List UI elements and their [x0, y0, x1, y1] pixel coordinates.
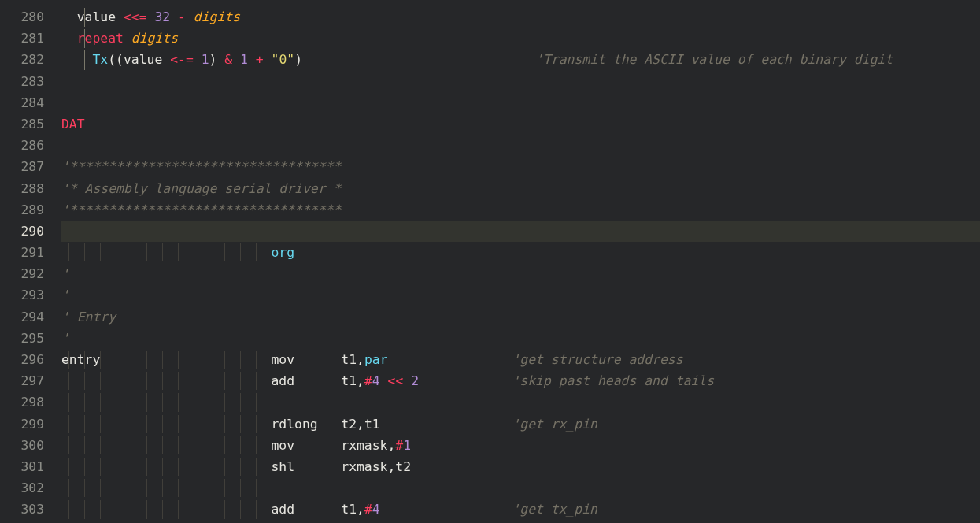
code-line[interactable]: '***********************************	[61, 156, 980, 177]
number-literal: 1	[202, 52, 209, 67]
line-number: 295	[0, 328, 61, 349]
line-number: 299	[0, 414, 61, 435]
line-number: 298	[0, 391, 61, 413]
operator: <-=	[170, 52, 194, 67]
operator: <<	[388, 373, 404, 388]
comment: '	[61, 266, 69, 281]
code-line[interactable]	[61, 477, 980, 499]
directive-org: org	[271, 245, 294, 260]
paren: )	[209, 52, 217, 67]
code-line[interactable]: org	[61, 242, 980, 263]
comment: '* Assembly language serial driver *	[61, 181, 341, 196]
code-line[interactable]: '* Assembly language serial driver *	[61, 178, 980, 199]
indent-bar	[84, 50, 85, 69]
asm-mnemonic: mov	[271, 438, 294, 453]
line-number: 285	[0, 113, 61, 135]
string-literal: "0"	[272, 52, 295, 67]
number-literal: 2	[411, 373, 419, 388]
code-line[interactable]: '	[61, 263, 980, 284]
comma: ,	[387, 438, 395, 453]
code-line[interactable]: add t1,#4 'get tx_pin	[61, 499, 980, 520]
asm-arg: t2	[395, 459, 411, 474]
comma: ,	[387, 459, 395, 474]
number-literal: 4	[372, 373, 380, 388]
operator: <<=	[124, 9, 147, 24]
code-editor[interactable]: 2802812822832842852862872882892902912922…	[0, 0, 980, 523]
code-line[interactable]: '	[61, 328, 980, 349]
code-line[interactable]: ' Entry	[61, 306, 980, 328]
line-number: 302	[0, 477, 61, 499]
comment: '	[61, 287, 69, 302]
function-call: Tx	[92, 52, 108, 67]
line-number: 303	[0, 499, 61, 520]
code-line[interactable]: '	[61, 284, 980, 306]
comma: ,	[357, 352, 364, 367]
line-number: 300	[0, 435, 61, 456]
line-number: 283	[0, 71, 61, 92]
code-line[interactable]	[61, 135, 980, 156]
hash: #	[364, 373, 372, 388]
keyword-repeat: repeat	[77, 31, 124, 46]
code-line[interactable]: repeat digits	[61, 28, 980, 49]
comment: 'get structure address	[512, 352, 682, 367]
code-area[interactable]: value <<= 32 - digits repeat digits Tx((…	[61, 0, 980, 523]
hash: #	[395, 438, 403, 453]
asm-mnemonic: add	[271, 373, 294, 388]
hash: #	[364, 502, 372, 517]
comment: '***********************************	[61, 159, 341, 174]
operator: +	[256, 52, 264, 67]
line-number: 294	[0, 306, 61, 328]
comment: 'get tx_pin	[512, 502, 597, 517]
code-line[interactable]	[61, 391, 980, 413]
asm-arg: t1	[341, 352, 357, 367]
number-literal: 32	[154, 9, 170, 24]
code-line[interactable]: mov rxmask,#1	[61, 435, 980, 456]
code-line[interactable]	[61, 92, 980, 113]
number-literal: 4	[372, 502, 380, 517]
comment: 'Transmit the ASCII value of each binary…	[535, 52, 893, 67]
operator: -	[178, 9, 186, 24]
paren: (	[108, 52, 116, 67]
asm-register: par	[364, 352, 388, 367]
code-line[interactable]: add t1,#4 << 2 'skip past heads and tail…	[61, 370, 980, 391]
code-line[interactable]: shl rxmask,t2	[61, 456, 980, 477]
paren: )	[294, 52, 302, 67]
code-line[interactable]	[61, 71, 980, 92]
identifier: value	[124, 52, 162, 67]
line-number: 292	[0, 263, 61, 284]
identifier: value	[77, 9, 116, 24]
code-line[interactable]: entry mov t1,par 'get structure address	[61, 349, 980, 370]
asm-mnemonic: mov	[271, 352, 294, 367]
line-number: 286	[0, 135, 61, 156]
asm-arg: rxmask	[341, 459, 387, 474]
comment: ' Entry	[61, 310, 116, 325]
comma: ,	[357, 417, 364, 432]
code-line[interactable]	[61, 221, 980, 242]
code-line[interactable]: rdlong t2,t1 'get rx_pin	[61, 414, 980, 435]
line-number: 287	[0, 156, 61, 177]
line-number: 297	[0, 370, 61, 391]
line-number: 282	[0, 49, 61, 70]
keyword-dat: DAT	[61, 117, 85, 132]
number-literal: 1	[403, 438, 411, 453]
paren: (	[116, 52, 124, 67]
line-number: 296	[0, 349, 61, 370]
line-number: 280	[0, 6, 61, 28]
comment: '***********************************	[61, 202, 341, 217]
line-number: 281	[0, 28, 61, 49]
line-number: 289	[0, 199, 61, 221]
code-line[interactable]: '***********************************	[61, 199, 980, 221]
parameter: digits	[194, 9, 240, 24]
parameter: digits	[131, 31, 178, 46]
code-line[interactable]: DAT	[61, 113, 980, 135]
asm-arg: rxmask	[341, 438, 387, 453]
line-number-gutter: 2802812822832842852862872882892902912922…	[0, 0, 61, 523]
line-number: 291	[0, 242, 61, 263]
comment: 'get rx_pin	[512, 417, 597, 432]
asm-arg: t1	[341, 373, 357, 388]
asm-arg: t1	[341, 502, 357, 517]
comma: ,	[357, 502, 364, 517]
code-line[interactable]: value <<= 32 - digits	[61, 6, 980, 28]
code-line[interactable]: Tx((value <-= 1) & 1 + "0") 'Transmit th…	[61, 49, 980, 70]
asm-mnemonic: add	[271, 502, 294, 517]
